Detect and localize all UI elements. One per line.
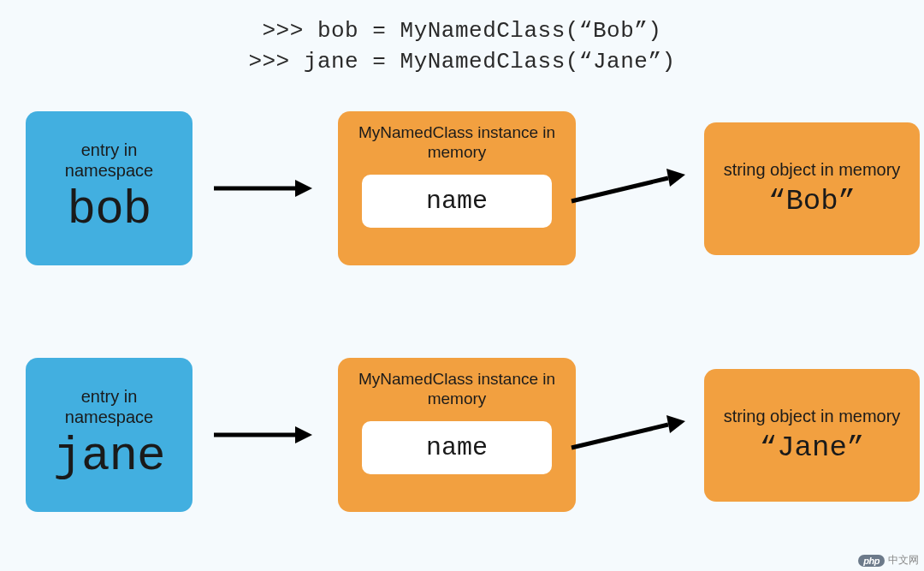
arrow-icon: [210, 175, 312, 201]
code-line-1: >>> bob = MyNamedClass(“Bob”): [0, 15, 924, 46]
attr-name-box: name: [362, 421, 552, 474]
arrow-icon: [567, 163, 687, 214]
namespace-box-jane: entry in namespace jane: [26, 358, 192, 512]
code-snippet: >>> bob = MyNamedClass(“Bob”) >>> jane =…: [0, 0, 924, 78]
instance-label: MyNamedClass instance in memory: [350, 370, 564, 409]
namespace-var-bob: bob: [68, 182, 151, 237]
string-label: string object in memory: [724, 406, 901, 426]
svg-marker-7: [666, 415, 685, 433]
namespace-var-jane: jane: [53, 429, 164, 484]
svg-line-2: [572, 178, 668, 201]
attr-name-box: name: [362, 175, 552, 228]
string-box-jane: string object in memory “Jane”: [704, 369, 920, 502]
arrow-icon: [567, 409, 687, 461]
string-label: string object in memory: [724, 159, 901, 180]
svg-line-6: [572, 425, 668, 448]
watermark-badge: php: [858, 555, 885, 567]
namespace-label: entry in namespace: [36, 140, 182, 181]
instance-box-bob: MyNamedClass instance in memory name: [338, 111, 576, 265]
code-line-2: >>> jane = MyNamedClass(“Jane”): [0, 46, 924, 77]
string-value-jane: “Jane”: [760, 431, 864, 464]
namespace-label: entry in namespace: [36, 386, 182, 427]
namespace-box-bob: entry in namespace bob: [26, 111, 192, 265]
instance-box-jane: MyNamedClass instance in memory name: [338, 358, 576, 512]
string-value-bob: “Bob”: [768, 185, 856, 217]
svg-marker-5: [295, 426, 312, 443]
svg-marker-3: [666, 169, 685, 187]
watermark: php 中文网: [858, 553, 919, 568]
string-box-bob: string object in memory “Bob”: [704, 122, 920, 255]
diagram-row-jane: entry in namespace jane MyNamedClass ins…: [26, 358, 920, 512]
svg-marker-1: [295, 180, 312, 197]
watermark-text: 中文网: [888, 553, 919, 568]
instance-label: MyNamedClass instance in memory: [350, 123, 564, 163]
arrow-icon: [210, 422, 312, 448]
diagram-row-bob: entry in namespace bob MyNamedClass inst…: [26, 111, 920, 265]
